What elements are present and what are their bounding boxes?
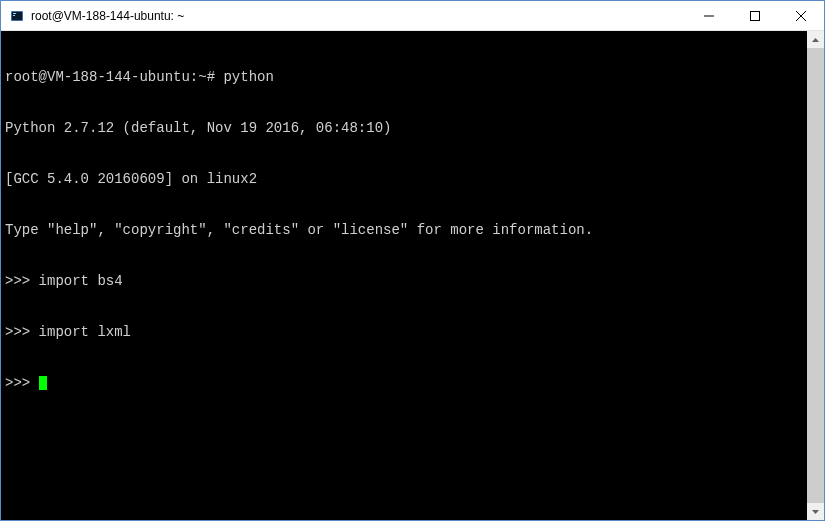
svg-rect-2: [13, 13, 16, 14]
svg-marker-9: [812, 510, 819, 514]
scroll-up-button[interactable]: [807, 31, 824, 48]
chevron-down-icon: [812, 510, 819, 514]
terminal-line: >>> import bs4: [5, 273, 805, 290]
app-icon: [9, 8, 25, 24]
minimize-button[interactable]: [686, 1, 732, 30]
svg-rect-3: [13, 15, 15, 16]
terminal-line: [GCC 5.4.0 20160609] on linux2: [5, 171, 805, 188]
terminal-line: Type "help", "copyright", "credits" or "…: [5, 222, 805, 239]
svg-marker-8: [812, 38, 819, 42]
close-button[interactable]: [778, 1, 824, 30]
terminal-line: >>> import lxml: [5, 324, 805, 341]
terminal-prompt-line: >>>: [5, 375, 805, 392]
maximize-icon: [750, 11, 760, 21]
maximize-button[interactable]: [732, 1, 778, 30]
vertical-scrollbar[interactable]: [807, 31, 824, 520]
client-area: root@VM-188-144-ubuntu:~# python Python …: [1, 31, 824, 520]
terminal-line: root@VM-188-144-ubuntu:~# python: [5, 69, 805, 86]
window-controls: [686, 1, 824, 30]
chevron-up-icon: [812, 38, 819, 42]
svg-rect-5: [751, 11, 760, 20]
minimize-icon: [704, 11, 714, 21]
scroll-thumb[interactable]: [807, 48, 824, 503]
close-icon: [796, 11, 806, 21]
terminal-line: Python 2.7.12 (default, Nov 19 2016, 06:…: [5, 120, 805, 137]
scroll-track[interactable]: [807, 48, 824, 503]
window-title: root@VM-188-144-ubuntu: ~: [31, 9, 184, 23]
svg-rect-4: [704, 15, 714, 16]
titlebar[interactable]: root@VM-188-144-ubuntu: ~: [1, 1, 824, 31]
terminal-prompt: >>>: [5, 375, 39, 391]
terminal-output[interactable]: root@VM-188-144-ubuntu:~# python Python …: [1, 31, 807, 520]
terminal-window: root@VM-188-144-ubuntu: ~ ro: [0, 0, 825, 521]
scroll-down-button[interactable]: [807, 503, 824, 520]
cursor-icon: [39, 376, 47, 390]
